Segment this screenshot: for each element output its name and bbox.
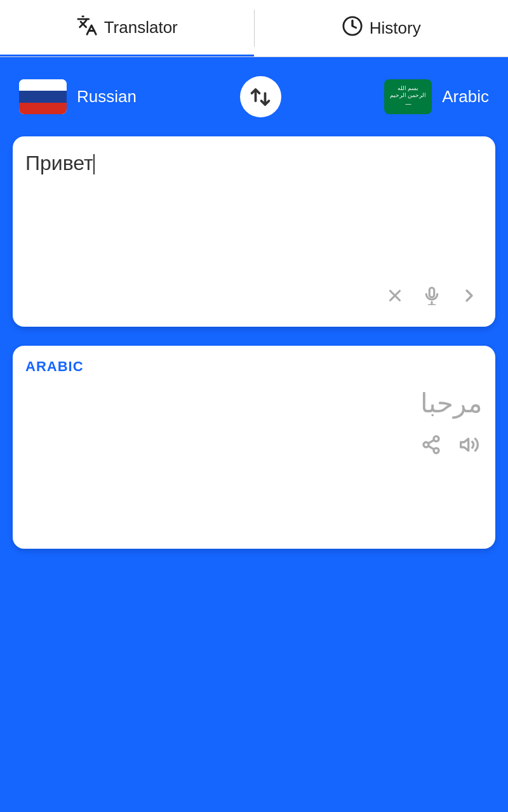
- translator-tab-label: Translator: [104, 18, 178, 37]
- tab-translator[interactable]: Translator: [0, 0, 254, 56]
- output-language-label: ARABIC: [25, 358, 483, 375]
- share-button[interactable]: [418, 431, 444, 463]
- translated-text: مرحبا: [25, 388, 483, 419]
- output-action-bar: [25, 431, 483, 463]
- speaker-button[interactable]: [456, 431, 483, 463]
- clear-button[interactable]: [382, 283, 408, 313]
- tab-history[interactable]: History: [255, 0, 509, 56]
- target-language-name: Arabic: [442, 87, 489, 107]
- input-text-content: Привет: [25, 152, 93, 174]
- target-language-selector[interactable]: بسم اللهالرحمن الرحيم ⸺ Arabic: [384, 79, 489, 114]
- send-button[interactable]: [456, 282, 483, 314]
- russian-flag: [19, 79, 67, 114]
- input-card: Привет: [13, 136, 495, 327]
- app-header: Translator History: [0, 0, 508, 57]
- input-text-display[interactable]: Привет: [25, 149, 483, 276]
- history-icon: [342, 15, 363, 41]
- svg-line-10: [428, 440, 434, 443]
- language-selector-row: Russian بسم اللهالرحمن الرحيم ⸺ Arabic: [13, 76, 495, 117]
- microphone-button[interactable]: [419, 283, 444, 313]
- svg-marker-11: [461, 439, 469, 451]
- history-tab-label: History: [370, 18, 421, 38]
- text-cursor: [93, 154, 95, 174]
- output-card: ARABIC مرحبا: [13, 346, 495, 549]
- input-action-bar: [25, 282, 483, 314]
- translator-icon: [76, 15, 98, 41]
- swap-languages-button[interactable]: [240, 76, 281, 117]
- svg-line-9: [428, 446, 434, 449]
- main-content: Russian بسم اللهالرحمن الرحيم ⸺ Arabic П…: [0, 57, 508, 568]
- svg-rect-3: [429, 288, 434, 298]
- source-language-selector[interactable]: Russian: [19, 79, 137, 114]
- source-language-name: Russian: [77, 87, 137, 107]
- saudi-flag: بسم اللهالرحمن الرحيم ⸺: [384, 79, 432, 114]
